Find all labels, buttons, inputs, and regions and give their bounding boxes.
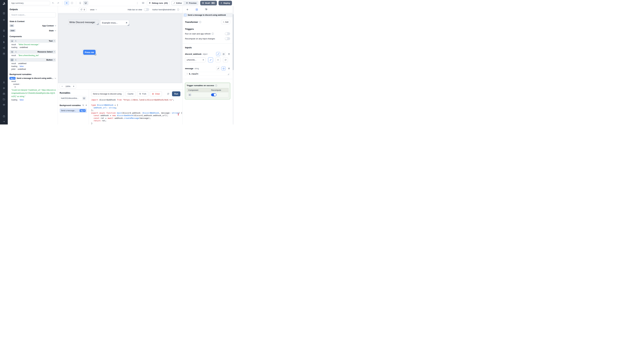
app-summary-input[interactable] <box>10 1 50 5</box>
hide-bar-toggle[interactable] <box>144 8 149 11</box>
recompute-on-change-toggle[interactable] <box>225 37 230 40</box>
text-component[interactable]: Write Discord message: <box>68 20 98 25</box>
edit-resource-button[interactable] <box>208 58 213 62</box>
docs-book-icon[interactable] <box>141 1 145 5</box>
cache-button[interactable]: Cache <box>126 92 136 96</box>
resources-flow-icon[interactable] <box>2 46 6 50</box>
editor-label: Editor <box>176 2 182 4</box>
fork-button[interactable]: Fork <box>137 92 148 96</box>
draft-button[interactable]: Draft ⌘S <box>200 1 217 5</box>
copy-code-icon[interactable] <box>174 92 176 94</box>
zoom-in-button[interactable]: + <box>71 84 76 88</box>
insert-component-tab[interactable] <box>182 6 192 13</box>
resource-select-component[interactable]: Example resou... × <box>100 20 129 26</box>
press-me-button[interactable]: Press me <box>83 50 96 55</box>
clear-button[interactable]: Clear <box>150 92 162 96</box>
preview-label: Preview <box>189 2 196 4</box>
button-component[interactable]: Press me <box>82 49 96 55</box>
settings-gear-icon[interactable] <box>2 86 6 90</box>
script-name-input[interactable] <box>91 92 124 96</box>
code-line: }; <box>91 109 180 112</box>
component-a-header[interactable]: a Text <box>10 39 56 43</box>
folders-icon[interactable] <box>2 97 6 101</box>
help-icon[interactable] <box>2 114 6 118</box>
dynamic-input-mode-button[interactable] <box>222 66 226 70</box>
debug-runs-button[interactable]: Debug runs (23) <box>147 1 170 5</box>
add-transformer-button[interactable]: + Add <box>221 20 230 24</box>
styling-tab[interactable] <box>202 6 211 13</box>
run-on-start-toggle[interactable] <box>225 32 230 35</box>
home-icon[interactable] <box>2 28 6 32</box>
static-input-mode-button[interactable] <box>216 52 220 56</box>
code-line: return ret; <box>91 120 180 122</box>
code-editor[interactable]: import discordwebhook from "https://deno… <box>91 98 180 124</box>
workers-toolbox-icon[interactable] <box>2 92 6 96</box>
deploy-button[interactable]: Deploy <box>218 1 232 5</box>
input-name: discord_webhook <box>185 53 202 55</box>
background-runnable-item[interactable]: Send a message... bg_0 <box>60 108 87 113</box>
draft-shortcut-badge: ⌘S <box>211 2 215 4</box>
redo-button[interactable] <box>56 1 60 5</box>
mobile-view-button[interactable] <box>78 1 82 5</box>
undo-button[interactable] <box>51 1 55 5</box>
state-row[interactable]: state State <box>10 29 56 32</box>
text-component-value: Write Discord message: <box>69 21 96 24</box>
info-icon[interactable] <box>212 33 214 35</box>
connect-input-plug-icon[interactable] <box>228 53 230 55</box>
connect-input-plug-icon[interactable] <box>228 68 230 70</box>
favorites-star-icon[interactable] <box>2 18 6 22</box>
clear-resource-icon[interactable]: × <box>202 58 204 61</box>
apps-icon[interactable] <box>2 11 6 15</box>
scrollbar-thumb[interactable] <box>233 14 234 70</box>
recompute-c-toggle[interactable] <box>211 93 216 96</box>
component-c-header[interactable]: c Button <box>10 58 56 62</box>
static-input-mode-button[interactable] <box>216 66 220 70</box>
fullscreen-button[interactable] <box>70 1 74 5</box>
windmill-logo[interactable] <box>2 1 6 6</box>
runnables-panel: Runnables hub/1511/discord/se... c Backg… <box>58 90 89 124</box>
tab-editor[interactable]: Editor <box>172 1 184 5</box>
output-field: result:undefined <box>10 62 56 64</box>
ctx-row[interactable]: ctx App Context <box>10 24 56 28</box>
component-settings-tab[interactable] <box>192 6 202 13</box>
clear-selection-icon[interactable]: × <box>126 21 127 24</box>
schedules-calendar-icon[interactable] <box>2 52 6 56</box>
search-outputs-input[interactable] <box>10 12 56 17</box>
run-button[interactable]: Run <box>172 92 180 96</box>
runnable-item[interactable]: hub/1511/discord/se... c <box>60 96 87 100</box>
dynamic-input-mode-button[interactable] <box>222 52 226 56</box>
refresh-script-icon[interactable] <box>167 93 169 95</box>
audit-eye-icon[interactable] <box>2 102 6 107</box>
info-icon[interactable] <box>177 8 179 10</box>
info-icon[interactable] <box>215 84 217 86</box>
scrollbar-track[interactable] <box>232 6 234 124</box>
zoom-out-button[interactable]: − <box>60 84 64 88</box>
runs-play-icon[interactable] <box>2 34 6 38</box>
add-background-runnable-button[interactable]: + <box>86 104 87 106</box>
refresh-resource-button[interactable] <box>223 58 228 62</box>
schedule-dropdown[interactable]: once <box>90 8 96 11</box>
info-icon[interactable] <box>199 21 201 23</box>
expand-editor-icon[interactable] <box>228 74 230 75</box>
recompute-counter-button[interactable]: 0 <box>79 8 86 12</box>
user-icon[interactable] <box>2 80 6 84</box>
app-canvas[interactable]: Write Discord message: Example resou... … <box>58 13 182 83</box>
resource-picker-input[interactable]: u/henri/te... × <box>185 58 206 62</box>
output-field: result:"Write Discord message:" <box>10 43 56 46</box>
discord-webhook-value-row: u/henri/te... × + <box>185 58 230 62</box>
add-resource-button[interactable]: + <box>216 58 220 62</box>
runnable-component-badge: c <box>82 97 86 100</box>
search-icon[interactable] <box>82 104 84 106</box>
component-align-button[interactable] <box>64 1 69 5</box>
message-expression-editor[interactable]: 1 b.result <box>185 72 230 76</box>
component-b-header[interactable]: b Resource Select <box>10 50 56 54</box>
script-badge-icon <box>184 14 186 16</box>
collapse-arrow-icon[interactable] <box>2 120 6 124</box>
more-menu-button[interactable]: ⋮ <box>135 1 140 5</box>
desktop-view-button[interactable] <box>83 1 88 5</box>
tab-preview[interactable]: Preview <box>184 1 198 5</box>
component-c-badge: c <box>10 58 14 61</box>
variables-dollar-icon[interactable]: $ <box>2 40 6 44</box>
bg-runnable-output-header[interactable]: bg_0 Send a message to discord using web… <box>10 77 56 80</box>
component-a-type: Text <box>49 40 52 42</box>
